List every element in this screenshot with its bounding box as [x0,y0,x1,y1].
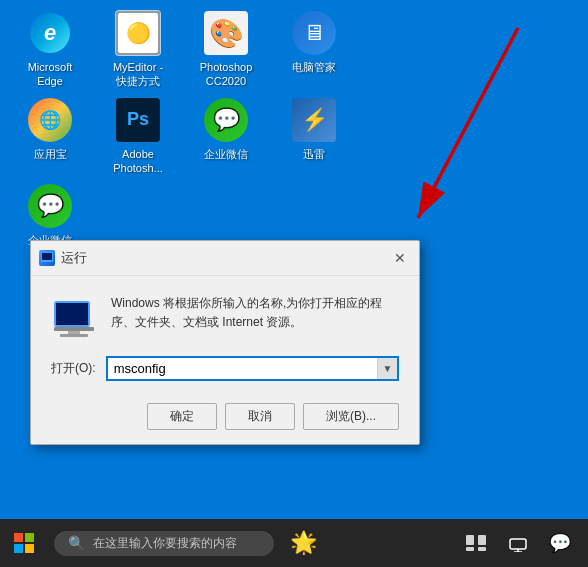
dialog-body-icon [51,294,97,340]
icon-diannaogj[interactable]: 🖥 电脑管家 [278,10,350,89]
svg-rect-13 [466,535,474,545]
dialog-run-title-icon [39,250,55,266]
network-icon [509,534,527,552]
icon-xunlei[interactable]: ⚡ 迅雷 [278,97,350,176]
taskbar-search-icon: 🔍 [68,535,85,551]
taskbar-search-box[interactable]: 🔍 在这里输入你要搜索的内容 [54,531,274,556]
svg-rect-17 [510,539,526,549]
taskbar-app-icons: 🌟 [282,522,324,564]
icon-weixin-work1[interactable]: 💬 企业微信 [190,97,262,176]
svg-rect-15 [466,547,474,551]
svg-rect-16 [478,547,486,551]
dialog-cancel-button[interactable]: 取消 [225,403,295,430]
myeditor-label: MyEditor -快捷方式 [113,60,163,89]
weixin-work1-label: 企业微信 [204,147,248,161]
photoshop-cc2020-label: Photoshop CC2020 [190,60,262,89]
svg-rect-7 [68,331,80,334]
yingyonghb-label: 应用宝 [34,147,67,161]
icon-adobe-photoshop[interactable]: Ps AdobePhotosh... [102,97,174,176]
taskbar-network-button[interactable] [498,523,538,563]
icon-yingyonghb[interactable]: 🌐 应用宝 [14,97,86,176]
dialog-body: Windows 将根据你所输入的名称,为你打开相应的程序、文件夹、文档或 Int… [31,276,419,354]
taskbar-right-area: 💬 [456,523,588,563]
dialog-open-label: 打开(O): [51,360,96,377]
edge-label: MicrosoftEdge [28,60,73,89]
xunlei-label: 迅雷 [303,147,325,161]
diannaogj-label: 电脑管家 [292,60,336,74]
dialog-open-input[interactable] [108,358,377,379]
taskbar-search-text: 在这里输入你要搜索的内容 [93,535,237,552]
svg-rect-3 [42,253,52,260]
dialog-description: Windows 将根据你所输入的名称,为你打开相应的程序、文件夹、文档或 Int… [111,294,399,332]
adobe-ps-icon-graphic: Ps [116,98,160,142]
dialog-title-text: 运行 [61,249,87,267]
svg-rect-8 [60,334,88,337]
dialog-close-button[interactable]: ✕ [389,247,411,269]
weixin-work1-graphic: 💬 [204,98,248,142]
dialog-buttons: 确定 取消 浏览(B)... [31,395,419,444]
icon-photoshop-cc2020[interactable]: 🎨 Photoshop CC2020 [190,10,262,89]
xunlei-icon-graphic: ⚡ [292,98,336,142]
edge-icon-graphic: e [30,13,70,53]
svg-rect-6 [54,327,94,331]
icon-myeditor[interactable]: 🟡 MyEditor -快捷方式 [102,10,174,89]
dialog-input-row: 打开(O): ▼ [31,354,419,395]
svg-rect-9 [14,533,23,542]
dialog-browse-button[interactable]: 浏览(B)... [303,403,399,430]
dialog-titlebar: 运行 ✕ [31,241,419,276]
svg-rect-5 [56,303,88,325]
photoshop-cc2020-icon-graphic: 🎨 [204,11,248,55]
myeditor-icon-graphic: 🟡 [116,11,160,55]
taskbar-app-emoji[interactable]: 🌟 [282,522,324,564]
dialog-ok-button[interactable]: 确定 [147,403,217,430]
svg-rect-14 [478,535,486,545]
dialog-input-wrapper: ▼ [106,356,399,381]
adobe-photoshop-label: AdobePhotosh... [113,147,163,176]
desktop-icon-grid: e MicrosoftEdge 🟡 MyEditor -快捷方式 🎨 Photo… [0,0,588,257]
desktop: e MicrosoftEdge 🟡 MyEditor -快捷方式 🎨 Photo… [0,0,588,519]
dialog-dropdown-button[interactable]: ▼ [377,358,397,379]
diannaogj-icon-graphic: 🖥 [292,11,336,55]
windows-logo-icon [14,533,34,553]
svg-rect-11 [14,544,23,553]
weixin-work2-graphic: 💬 [28,184,72,228]
yingyonghb-icon-graphic: 🌐 [28,98,72,142]
run-dialog: 运行 ✕ Windows 将根据你所输入的名称,为你打开相应的程序、文件夹、文档… [30,240,420,445]
taskbar-task-view-button[interactable] [456,523,496,563]
icon-microsoft-edge[interactable]: e MicrosoftEdge [14,10,86,89]
dialog-title-left: 运行 [39,249,87,267]
taskbar: 🔍 在这里输入你要搜索的内容 🌟 💬 [0,519,588,567]
svg-rect-12 [25,544,34,553]
svg-rect-10 [25,533,34,542]
taskbar-wechat-button[interactable]: 💬 [540,523,580,563]
task-view-icon [466,535,486,551]
taskbar-start-button[interactable] [0,519,48,567]
icon-weixin-work2[interactable]: 💬 企业微信 [14,183,86,247]
